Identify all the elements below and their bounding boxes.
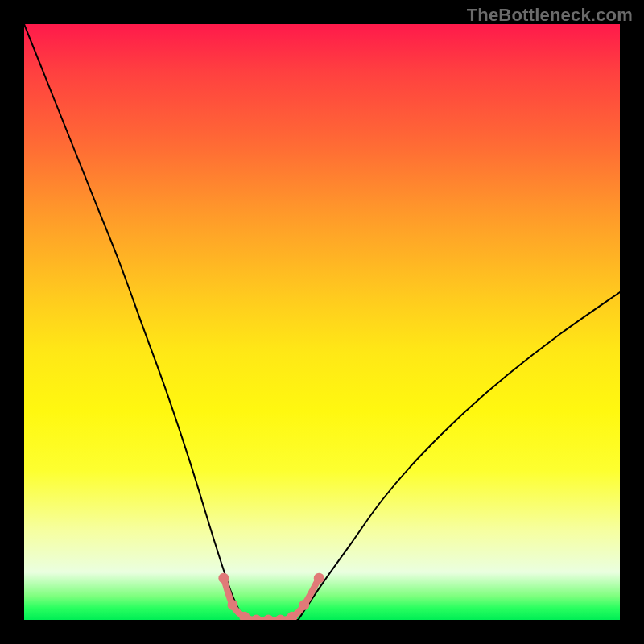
- valley-highlight-curve: [224, 578, 319, 620]
- highlight-dot: [251, 615, 262, 621]
- chart-frame: TheBottleneck.com: [0, 0, 644, 644]
- highlight-dot: [299, 600, 309, 610]
- highlight-dot: [218, 573, 229, 584]
- curve-layer: [24, 24, 620, 620]
- highlight-dot: [314, 573, 324, 584]
- highlight-dot: [228, 600, 238, 610]
- highlight-dot: [263, 615, 274, 621]
- watermark-text: TheBottleneck.com: [467, 5, 633, 26]
- highlight-dot: [275, 615, 286, 621]
- right-curve: [298, 292, 620, 620]
- plot-area: [24, 24, 620, 620]
- left-curve: [24, 24, 245, 620]
